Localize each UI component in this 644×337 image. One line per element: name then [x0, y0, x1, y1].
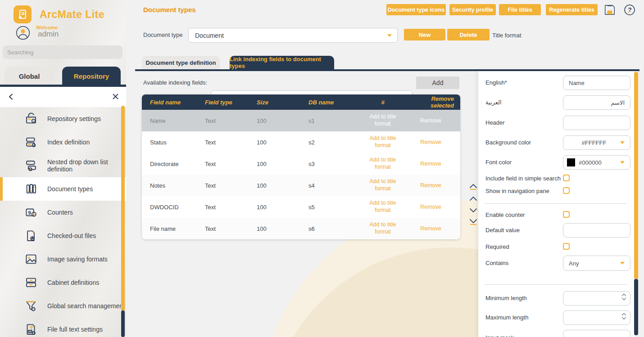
table-row[interactable]: File name Text 100 s6 Add to title forma…: [142, 218, 460, 239]
close-icon[interactable]: [113, 94, 118, 99]
table-row[interactable]: DWDOCID Text 100 s5 Add to title format …: [142, 196, 460, 218]
english-field[interactable]: Name: [563, 76, 630, 90]
sidebar-item-document-types[interactable]: Document types: [0, 177, 126, 201]
accent-bar: [470, 224, 476, 225]
sidebar-item-file-full-text-settings[interactable]: OCR File full text settings: [0, 318, 126, 337]
include-field-in-simple-search-checkbox[interactable]: [563, 175, 570, 181]
cell-field-name: Name: [150, 117, 205, 124]
remove-link[interactable]: Remove: [420, 161, 441, 167]
sidebar-menu: Repository settings Index definition: [0, 107, 126, 337]
page-title: Document types: [143, 6, 196, 13]
document-type-select[interactable]: Document: [188, 28, 398, 43]
font-color-select[interactable]: #000000: [563, 155, 630, 170]
repository-settings-icon: [23, 111, 39, 126]
cell-size: 100: [257, 182, 308, 189]
maximum-length-stepper[interactable]: [563, 310, 630, 325]
new-button[interactable]: New: [404, 29, 445, 40]
document-logo-icon: [17, 9, 28, 20]
chevron-up-icon: [621, 293, 626, 297]
tab-link-indexing-fields[interactable]: Link indexing fields to document types: [230, 56, 334, 69]
sidebar-item-label: Nested drop down list definition: [47, 158, 126, 173]
remove-link[interactable]: Remove: [420, 182, 441, 189]
default-value-field[interactable]: [563, 223, 630, 238]
button-label: Add: [432, 79, 444, 86]
search-input[interactable]: [3, 45, 122, 59]
remove-link[interactable]: Remove: [420, 225, 441, 232]
font-color-label: Font color: [485, 159, 512, 166]
show-in-navigation-pane-checkbox[interactable]: [563, 187, 570, 194]
chevron-down-icon: [621, 317, 626, 320]
sidebar-item-label: File full text settings: [47, 326, 103, 333]
image-saving-formats-icon: [23, 252, 39, 267]
cell-field-name: File name: [150, 225, 205, 232]
table-row[interactable]: Notes Text 100 s4 Add to title format Re…: [142, 175, 460, 196]
sidebar-item-global-search-management[interactable]: Global search management: [0, 294, 126, 318]
required-checkbox[interactable]: [563, 243, 570, 250]
column-header-remove-selected[interactable]: Remove selected: [408, 95, 454, 109]
back-icon[interactable]: [8, 94, 14, 100]
help-button[interactable]: ?: [624, 4, 635, 18]
add-to-title-format-link[interactable]: Add to title format: [363, 178, 402, 192]
stepper-arrows[interactable]: [621, 293, 626, 301]
sidebar-item-checked-out-files[interactable]: Checked-out files: [0, 224, 126, 247]
remove-link[interactable]: Remove: [420, 117, 441, 124]
sidebar-item-repository-settings[interactable]: Repository settings: [0, 107, 126, 130]
background-color-select[interactable]: #FFFFFF: [563, 135, 630, 150]
stepper-arrows[interactable]: [621, 313, 626, 320]
tab-repository-label: Repository: [74, 72, 109, 80]
chevron-down-icon: [620, 262, 625, 265]
tab-document-type-definition[interactable]: Document type definition: [142, 56, 220, 69]
button-label: File titles: [508, 7, 532, 13]
add-to-title-format-link[interactable]: Add to title format: [363, 157, 402, 171]
tab-global[interactable]: Global: [5, 67, 54, 85]
column-header-hash: #: [358, 99, 408, 106]
add-button[interactable]: Add: [416, 76, 459, 89]
enable-counter-checkbox[interactable]: [563, 211, 570, 218]
table-row[interactable]: Directorate Text 100 s3 Add to title for…: [142, 153, 460, 175]
minimum-length-stepper[interactable]: [563, 291, 630, 306]
arabic-label: العربية: [485, 99, 502, 106]
cell-db-name: s3: [308, 161, 358, 167]
document-type-value: Document: [195, 32, 224, 39]
table-row[interactable]: Name Text 100 s1 Add to title format Rem…: [142, 110, 460, 131]
table-row[interactable]: Status Text 100 s2 Add to title format R…: [142, 131, 460, 153]
regenerate-titles-button[interactable]: Regenerate titles: [546, 4, 598, 15]
move-up-button[interactable]: [467, 193, 479, 203]
move-to-bottom-button[interactable]: [467, 217, 479, 227]
input-mask-label: Input mask: [485, 334, 514, 337]
header-field[interactable]: [563, 116, 630, 130]
sidebar-item-index-definition[interactable]: Index definition: [0, 130, 126, 154]
main-scrollbar-thumb[interactable]: [634, 72, 638, 279]
remove-link[interactable]: Remove: [420, 204, 441, 210]
save-button[interactable]: [603, 3, 617, 18]
sidebar: ArcMate Lite Welcome admin Global Reposi…: [0, 0, 126, 337]
add-to-title-format-link[interactable]: Add to title format: [363, 221, 402, 235]
accent-bar: [470, 189, 476, 190]
sidebar-item-nested-drop-down-list-definition[interactable]: Nested drop down list definition: [0, 154, 126, 177]
sidebar-item-cabinet-definitions[interactable]: Cabinet definitions: [0, 271, 126, 294]
svg-text:9: 9: [28, 210, 31, 216]
security-profile-button[interactable]: Security profile: [449, 4, 496, 15]
sidebar-scrollbar-thumb[interactable]: [121, 106, 125, 311]
app-title: ArcMate Lite: [40, 9, 104, 21]
tab-repository[interactable]: Repository: [62, 67, 121, 85]
contains-select[interactable]: Any: [563, 256, 630, 271]
input-mask-field[interactable]: [563, 330, 630, 337]
cell-field-type: Text: [205, 225, 257, 232]
sidebar-item-image-saving-formats[interactable]: Image saving formats: [0, 247, 126, 271]
main-scrollbar-track[interactable]: [634, 279, 638, 335]
document-type-icons-button[interactable]: Document type icons: [386, 4, 446, 15]
move-to-top-button[interactable]: [467, 182, 479, 192]
add-to-title-format-link[interactable]: Add to title format: [363, 135, 402, 149]
delete-button[interactable]: Delete: [447, 29, 490, 40]
sidebar-scrollbar-track[interactable]: [121, 310, 125, 337]
divider: [485, 284, 627, 285]
remove-link[interactable]: Remove: [420, 139, 441, 145]
add-to-title-format-link[interactable]: Add to title format: [363, 200, 402, 214]
sidebar-item-label: Image saving formats: [47, 256, 108, 263]
move-down-button[interactable]: [467, 205, 479, 215]
add-to-title-format-link[interactable]: Add to title format: [363, 113, 402, 127]
arabic-field[interactable]: الاسم: [563, 95, 630, 110]
sidebar-item-counters[interactable]: 9 Counters: [0, 201, 126, 224]
file-titles-button[interactable]: File titles: [499, 4, 541, 15]
